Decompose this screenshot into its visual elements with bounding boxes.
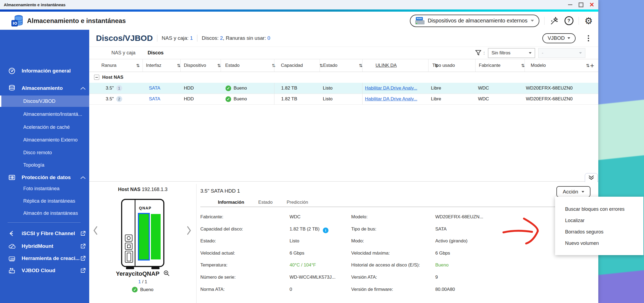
drive-bay-2[interactable] [151,214,161,259]
nas-foot [126,267,134,269]
sidebar-item-ssd-tool[interactable]: SSD Herramienta de creaci... [0,252,89,265]
sidebar-group-data-protection[interactable]: Protección de datos [0,171,89,184]
filter-secondary-dropdown[interactable]: - [538,48,585,58]
column-header-fabricante[interactable]: Fabricante⇅ [475,59,527,72]
field-label: Versión de firmware: [351,287,393,292]
external-link-icon [80,230,86,236]
column-header-estado2[interactable]: Estado⇅ [320,59,365,72]
main-content: Discos/VJBOD NAS y caja: 1 Discos: 2, Ra… [89,30,598,303]
stat-nas-count[interactable]: 1 [190,35,193,41]
tabs-underline [200,207,593,207]
cell-dispositivo: HDD [180,83,224,94]
field-label: Tipo de bus: [351,226,376,232]
stat-disk-count[interactable]: 2 [220,35,223,41]
app-header: Almacenamiento e instantáneas RAID Dispo… [0,12,598,30]
tab-nas-enclosure[interactable]: NAS y caja [110,47,137,59]
storage-stack-icon [8,84,16,92]
sidebar-item-topology[interactable]: Topología [0,159,89,171]
sidebar-item-snapshot-vault[interactable]: Almacén de instantáneas [0,208,89,219]
carousel-prev-icon[interactable] [92,225,98,236]
collapse-group-icon[interactable] [94,75,99,80]
sort-icon[interactable]: ⇅ [359,63,363,68]
menu-item-locate[interactable]: Localizar [555,215,643,226]
cell-tipo-usado: Libre [428,94,478,104]
stat-free-slots[interactable]: 0 [267,35,270,41]
ulink-da-link[interactable]: Habilitar DA Drive Analy... [365,85,417,91]
column-header-tipo-usado[interactable]: Tipo usado [428,59,478,72]
carousel-pagination[interactable]: 1 / 1 [89,279,196,285]
settings-gear-icon[interactable]: ⚙ [584,16,593,26]
storage-app-icon [11,14,24,27]
info-icon[interactable]: i [323,228,328,233]
sidebar-item-remote-disk[interactable]: Disco remoto [0,147,89,158]
table-row-disk2[interactable]: 3.5"2 SATA HDD ✓Bueno 1.82 TB Listo Habi… [89,94,598,105]
cell-ulink: Habilitar DA Drive Analy... [362,94,431,104]
sidebar-item-snapshot-replica[interactable]: Réplica de instantáneas [0,195,89,207]
column-header-capacidad[interactable]: Capacidad⇅ [274,59,325,72]
sidebar-item-hybridmount[interactable]: HybridMount [0,240,89,253]
field-label: Modelo: [351,214,367,220]
sidebar-item-cache-acceleration[interactable]: Aceleración de caché [0,121,89,133]
column-header-interfaz[interactable]: Interfaz⇅ [142,59,183,72]
field-label: Modo: [351,238,364,244]
sidebar-item-external-storage[interactable]: Almacenamiento Externo [0,134,89,146]
chevron-up-icon [80,86,86,90]
tab-disks[interactable]: Discos [147,47,165,60]
cloud-icon [8,243,16,249]
cell-modelo: WD20EFRX-68EUZN0 [525,83,591,94]
close-button[interactable]: ✕ [589,2,595,8]
sort-icon[interactable]: ⇅ [177,63,181,68]
tab-estado[interactable]: Estado [251,198,280,207]
sidebar: Información general Almacenamiento Disco… [0,30,89,303]
minimize-button[interactable] [567,2,573,8]
field-value: Activo (girando) [435,238,467,244]
menu-item-secure-erase[interactable]: Borrados seguros [555,226,643,238]
field-label: Temperatura: [200,262,227,268]
external-storage-devices-button[interactable]: RAID Dispositivos de almacenamiento exte… [410,15,539,27]
field-label: Capacidad del disco: [200,226,243,232]
column-header-modelo[interactable]: Modelo⇅ [525,59,592,72]
sidebar-item-overview[interactable]: Información general [0,64,89,77]
more-options-kebab-icon[interactable] [586,34,591,43]
header-gradient-strip [0,9,598,12]
field-label: Número de serie: [200,275,235,280]
sidebar-group-storage[interactable]: Almacenamiento [0,82,89,95]
sort-icon[interactable]: ⇅ [521,63,525,68]
menu-item-new-volume[interactable]: Nuevo volumen [555,238,643,249]
maximize-button[interactable] [578,2,584,8]
zoom-magnifier-icon[interactable] [163,270,170,276]
sata-link[interactable]: SATA [149,85,160,91]
health-check-icon: ✓ [225,96,231,102]
ulink-da-link[interactable]: Habilitar DA Drive Analy... [365,96,417,102]
column-header-ranura[interactable]: Ranura⇅ [98,59,142,72]
drive-bay-1-selected[interactable] [138,213,150,261]
sort-icon[interactable]: ⇅ [136,63,140,68]
vjbod-button[interactable]: VJBOD [542,33,576,43]
sidebar-item-snapshot[interactable]: Foto instantánea [0,183,89,194]
menu-item-scan-bad-blocks[interactable]: Buscar bloques con errores [555,203,643,215]
tab-prediccion[interactable]: Predicción [280,198,315,207]
sata-link[interactable]: SATA [149,96,160,102]
action-button[interactable]: Acción [556,186,590,197]
filter-dropdown[interactable]: Sin filtros [488,48,535,58]
table-row-disk1[interactable]: 3.5"1 SATA HDD ✓Bueno 1.82 TB Listo Habi… [89,83,598,94]
sidebar-item-storage-snapshots[interactable]: Almacenamiento/Instantá... [0,108,89,120]
qnap-logo: QNAP [139,206,151,210]
power-button-icon [125,235,132,242]
wizard-wand-icon[interactable] [549,16,559,26]
status-check-icon: ✓ [132,287,138,292]
sort-icon[interactable]: ⇅ [217,63,221,68]
help-icon[interactable]: ? [564,16,574,26]
sidebar-item-disks-vjbod[interactable]: Discos/VJBOD [0,95,89,107]
collapse-panel-button[interactable] [585,173,598,182]
sidebar-item-vjbod-cloud[interactable]: VJBOD Cloud [0,264,89,277]
carousel-next-icon[interactable] [186,225,192,236]
column-header-estado[interactable]: Estado⇅ [221,59,278,72]
field-value: 6 Gbps [435,251,450,256]
cell-tipo-usado: Libre [428,83,478,94]
tab-informacion[interactable]: Información [211,198,251,207]
add-column-button[interactable]: + [588,61,596,70]
sidebar-item-iscsi-fc[interactable]: iSCSI y Fibre Channel [0,227,89,240]
column-header-dispositivo[interactable]: Dispositivo⇅ [180,59,223,72]
field-value: WDC [290,214,301,220]
